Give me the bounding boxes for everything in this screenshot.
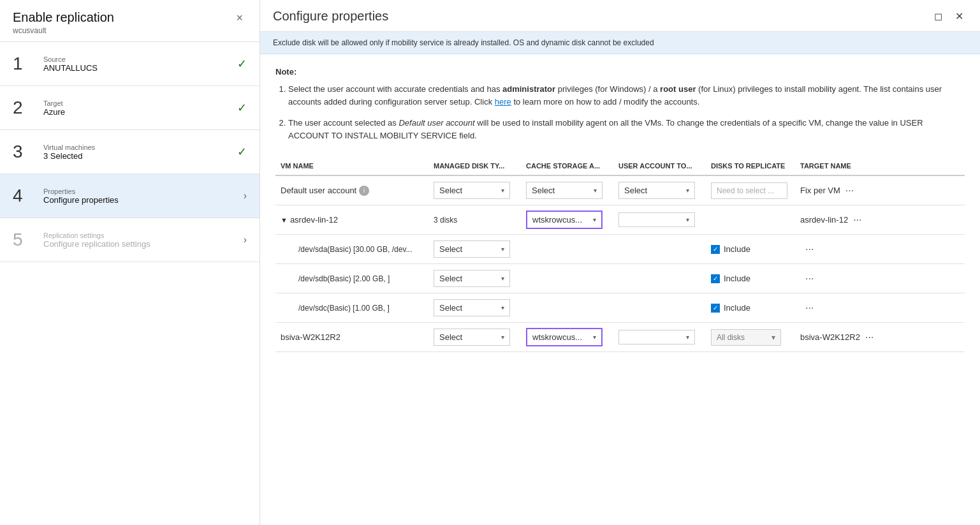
step-1-value: ANUTALLUCS <box>43 63 237 73</box>
cell-bsiva-managed: Select ▾ <box>428 326 521 348</box>
cell-sdc-managed: Select ▾ <box>428 297 521 319</box>
cell-asrdev-cache: wtskrowcus... ▾ <box>521 208 613 232</box>
cell-sdb-name: /dev/sdb(Basic) [2.00 GB, ] <box>275 272 428 286</box>
step-3-label: Virtual machines <box>43 144 237 151</box>
step-1-info: Source ANUTALLUCS <box>43 55 237 73</box>
step-5[interactable]: 5 Replication settings Configure replica… <box>0 218 260 262</box>
cell-asrdev-target: asrdev-lin-12 ··· <box>795 211 965 230</box>
default-user-value: Select <box>624 186 647 195</box>
cell-sdc-cache <box>521 306 613 311</box>
step-1[interactable]: 1 Source ANUTALLUCS ✓ <box>0 42 260 86</box>
default-managed-disk-select[interactable]: Select ▾ <box>434 182 510 199</box>
bsiva-target-label: bsiva-W2K12R2 <box>800 332 860 342</box>
cell-asrdev-name: ▼ asrdev-lin-12 <box>275 212 428 227</box>
cell-bsiva-cache: wtskrowcus... ▾ <box>521 325 613 349</box>
bsiva-cache-select[interactable]: wtskrowcus... ▾ <box>526 328 603 346</box>
asrdev-more-button[interactable]: ··· <box>848 213 867 227</box>
cell-bsiva-name: bsiva-W2K12R2 <box>275 330 428 344</box>
cell-asrdev-managed: 3 disks <box>428 213 521 227</box>
step-4-info: Properties Configure properties <box>43 188 244 205</box>
table-row-sdb: /dev/sdb(Basic) [2.00 GB, ] Select ▾ ✓ I… <box>275 264 965 293</box>
bold-administrator: administrator <box>502 84 555 94</box>
left-close-button[interactable]: × <box>232 10 247 26</box>
maximize-button[interactable]: ◻ <box>930 9 946 24</box>
sdb-managed-value: Select <box>439 274 462 283</box>
sdb-disk-label: /dev/sdb(Basic) [2.00 GB, ] <box>281 274 390 283</box>
sda-include-checkbox[interactable]: ✓ <box>711 245 720 254</box>
step-3-number: 3 <box>13 142 36 162</box>
default-user-label: Default user account <box>281 186 356 195</box>
default-cache-select[interactable]: Select ▾ <box>526 182 603 199</box>
note-2: The user account selected as Default use… <box>288 117 965 142</box>
bsiva-managed-arrow: ▾ <box>501 334 504 341</box>
default-cache-value: Select <box>532 186 555 195</box>
sdb-managed-select[interactable]: Select ▾ <box>434 270 510 287</box>
default-user-select[interactable]: Select ▾ <box>618 182 695 199</box>
asrdev-user-select[interactable]: ▾ <box>618 212 695 227</box>
left-header-info: Enable replication wcusvault <box>13 10 114 35</box>
cell-default-name: Default user account i <box>275 183 428 198</box>
table-row-sda: /dev/sda(Basic) [30.00 GB, /dev... Selec… <box>275 235 965 264</box>
sdc-include-checkbox[interactable]: ✓ <box>711 304 720 313</box>
bsiva-cache-value: wtskrowcus... <box>532 332 582 342</box>
info-bar: Exclude disk will be allowed only if mob… <box>260 32 980 54</box>
cell-sdb-more: ··· <box>795 269 965 288</box>
step-4-number: 4 <box>13 186 36 206</box>
cell-bsiva-disks: All disks ▾ <box>706 327 795 348</box>
default-more-button[interactable]: ··· <box>840 184 859 198</box>
info-icon[interactable]: i <box>359 186 369 196</box>
asrdev-cache-select[interactable]: wtskrowcus... ▾ <box>526 211 603 229</box>
asrdev-expand-icon[interactable]: ▼ <box>281 216 288 224</box>
step-3-check-icon: ✓ <box>237 145 247 159</box>
asrdev-vm-label: asrdev-lin-12 <box>290 215 338 225</box>
th-target-name: TARGET NAME <box>795 162 965 170</box>
step-3[interactable]: 3 Virtual machines 3 Selected ✓ <box>0 130 260 174</box>
steps-list: 1 Source ANUTALLUCS ✓ 2 Target Azure ✓ 3… <box>0 42 260 525</box>
step-4[interactable]: 4 Properties Configure properties › <box>0 174 260 218</box>
bsiva-managed-value: Select <box>439 332 462 342</box>
bsiva-disks-arrow: ▾ <box>772 333 775 342</box>
sdb-more-button[interactable]: ··· <box>800 272 819 286</box>
need-to-select-field: Need to select ... <box>711 182 787 199</box>
step-4-value: Configure properties <box>43 195 244 205</box>
sdc-disk-label: /dev/sdc(Basic) [1.00 GB, ] <box>281 304 390 313</box>
default-managed-disk-arrow: ▾ <box>501 187 504 194</box>
bsiva-disks-select[interactable]: All disks ▾ <box>711 329 781 346</box>
right-close-button[interactable]: ✕ <box>951 9 967 24</box>
step-2[interactable]: 2 Target Azure ✓ <box>0 86 260 130</box>
sdc-managed-arrow: ▾ <box>501 304 504 311</box>
here-link[interactable]: here <box>495 97 511 107</box>
bsiva-disks-value: All disks <box>717 333 745 342</box>
th-cache-storage: CACHE STORAGE A... <box>521 162 613 170</box>
asrdev-cache-arrow: ▾ <box>593 216 596 223</box>
right-header-buttons: ◻ ✕ <box>930 9 967 24</box>
bsiva-user-select[interactable]: ▾ <box>618 330 695 344</box>
cell-sdb-cache <box>521 276 613 281</box>
note-title: Note: <box>275 67 965 77</box>
right-panel: Configure properties ◻ ✕ Exclude disk wi… <box>260 0 980 525</box>
step-5-value: Configure replication settings <box>43 239 244 249</box>
cell-sdc-more: ··· <box>795 299 965 318</box>
default-managed-disk-value: Select <box>439 186 462 195</box>
asrdev-target-label: asrdev-lin-12 <box>800 215 848 225</box>
cell-default-user: Select ▾ <box>613 179 706 202</box>
bsiva-vm-label: bsiva-W2K12R2 <box>281 332 340 342</box>
step-1-check-icon: ✓ <box>237 57 247 71</box>
bsiva-managed-select[interactable]: Select ▾ <box>434 329 510 346</box>
note-list: Select the user account with accurate cr… <box>275 83 965 142</box>
sda-managed-select[interactable]: Select ▾ <box>434 240 510 258</box>
right-header: Configure properties ◻ ✕ <box>260 0 980 32</box>
bsiva-more-button[interactable]: ··· <box>860 330 879 344</box>
cell-sdc-name: /dev/sdc(Basic) [1.00 GB, ] <box>275 301 428 315</box>
sda-more-button[interactable]: ··· <box>800 242 819 256</box>
sdc-managed-select[interactable]: Select ▾ <box>434 299 510 316</box>
step-3-value: 3 Selected <box>43 151 237 161</box>
sdb-managed-arrow: ▾ <box>501 275 504 282</box>
table-row-sdc: /dev/sdc(Basic) [1.00 GB, ] Select ▾ ✓ I… <box>275 293 965 323</box>
sda-include-label: Include <box>724 244 750 254</box>
cell-default-managed: Select ▾ <box>428 179 521 202</box>
sdb-include-checkbox[interactable]: ✓ <box>711 274 720 283</box>
bold-root-user: root user <box>660 84 696 94</box>
step-5-label: Replication settings <box>43 232 244 239</box>
sdc-more-button[interactable]: ··· <box>800 301 819 315</box>
